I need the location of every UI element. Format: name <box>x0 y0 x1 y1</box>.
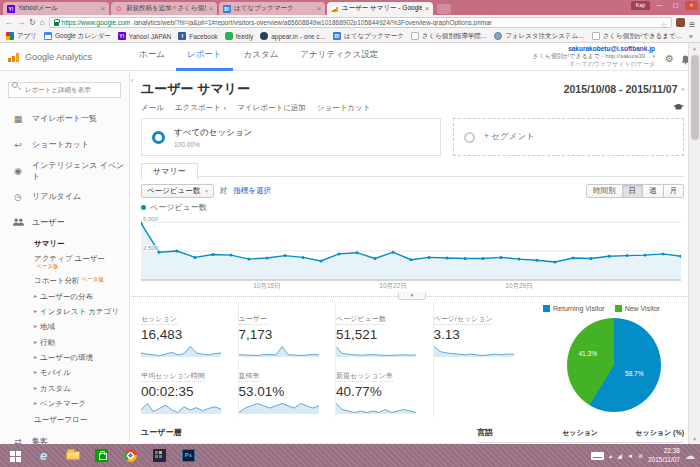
granularity-時間別[interactable]: 時間別 <box>586 184 623 198</box>
metric-card: ユーザー7,173 <box>239 303 337 360</box>
taskbar-chrome[interactable] <box>116 444 145 467</box>
new-tab-button[interactable] <box>437 4 451 14</box>
taskbar-ie[interactable] <box>29 444 58 467</box>
bookmark-item[interactable]: はてなブックマーク <box>333 32 404 41</box>
start-button[interactable] <box>0 444 29 467</box>
taskbar-clock[interactable]: 22:38 2015/11/07 <box>648 447 680 463</box>
browser-tab[interactable]: 新規投稿を追加 ‹ さくら個別…× <box>111 2 217 15</box>
sidebar-subitem[interactable]: ▸モバイル <box>34 365 129 380</box>
date-range-picker[interactable]: 2015/10/08 - 2015/11/07▾ <box>564 83 684 95</box>
sidebar-item-realtime[interactable]: ◷リアルタイム <box>0 184 129 210</box>
tab-close-icon[interactable]: × <box>317 5 321 12</box>
bookmark-item[interactable]: フォレスタ注文システム… <box>494 32 584 41</box>
sidebar-subitem[interactable]: ▸インタレスト カテゴリ <box>34 304 129 319</box>
taskbar-app[interactable] <box>145 444 174 467</box>
sidebar-subitem[interactable]: ▸ベンチマーク <box>34 396 129 411</box>
volume-icon[interactable] <box>627 453 633 459</box>
bookmark-item[interactable]: さくら個別ができるまで… <box>592 32 682 41</box>
tab-summary[interactable]: サマリー <box>141 163 198 180</box>
bookmark-item[interactable]: アプリ <box>6 32 37 41</box>
home-icon[interactable] <box>40 17 45 28</box>
toolbar-link[interactable]: ショートカット <box>317 103 371 113</box>
action-center-icon[interactable] <box>638 452 643 459</box>
network-icon[interactable] <box>617 452 622 459</box>
granularity-月[interactable]: 月 <box>664 184 685 198</box>
sidebar-subitem[interactable]: ▸ユーザーの分布 <box>34 289 129 304</box>
toolbar-link[interactable]: メール <box>141 103 164 113</box>
pie-slice-label: 41.3% <box>579 350 597 357</box>
account-info[interactable]: sakurakobetu@i.softbank.jp さくら個別ができるまで -… <box>533 45 655 68</box>
education-cap-icon[interactable] <box>673 103 684 113</box>
ga-nav-item[interactable]: ホーム <box>128 43 176 71</box>
bookmark-item[interactable]: appear.in - one c… <box>260 32 326 40</box>
bookmark-item[interactable]: Yahoo! JAPAN <box>118 32 171 40</box>
tab-close-icon[interactable]: × <box>101 5 105 12</box>
chrome-profile-chip[interactable]: Kaji <box>631 1 650 10</box>
taskbar-photoshop[interactable] <box>174 444 203 467</box>
close-button[interactable] <box>685 1 698 10</box>
tab-close-icon[interactable]: × <box>209 5 213 12</box>
scrollbar-thumb[interactable] <box>691 55 699 140</box>
browser-tab[interactable]: Yahoo!メール× <box>3 2 109 15</box>
sidebar-subitem[interactable]: サマリー <box>34 236 129 251</box>
minimize-button[interactable] <box>653 1 666 10</box>
pie-legend-item: Returning Visitor <box>543 305 605 312</box>
scroll-up-icon[interactable] <box>689 45 700 51</box>
bookmark-item[interactable]: Google カレンダー <box>44 32 111 41</box>
scroll-down-icon[interactable] <box>689 436 700 442</box>
metric-value: 7,173 <box>239 327 328 342</box>
sidebar-item-intelligence-events[interactable]: ◉インテリジェンス イベント <box>0 158 129 184</box>
back-icon[interactable] <box>5 17 13 28</box>
add-segment-button[interactable]: + セグメント <box>453 118 684 156</box>
taskbar-explorer[interactable] <box>58 444 87 467</box>
chart-collapse-handle[interactable]: ▾ <box>398 292 426 300</box>
restore-button[interactable] <box>669 1 682 10</box>
url-input[interactable]: https://www.google.com /analytics/web/?h… <box>49 17 673 28</box>
google-analytics-logo-icon <box>8 51 20 63</box>
granularity-日[interactable]: 日 <box>623 184 644 198</box>
granularity-週[interactable]: 週 <box>643 184 664 198</box>
weather-cloud-icon[interactable] <box>685 450 695 461</box>
extension-icon[interactable] <box>676 18 685 27</box>
hidden-icons-icon[interactable] <box>609 452 612 459</box>
sidebar-subitem[interactable]: ▸ユーザーの環境 <box>34 350 129 365</box>
sidebar-subitem[interactable]: ▸地域 <box>34 319 129 334</box>
report-search-input[interactable] <box>8 82 121 98</box>
ga-nav-item[interactable]: カスタム <box>233 43 290 71</box>
metric-dropdown[interactable]: ページビュー数▾ <box>141 184 214 198</box>
ime-keyboard-icon[interactable] <box>591 452 604 460</box>
sidebar-item-acquisition[interactable]: ⇄集客 <box>0 429 129 444</box>
sidebar-item-users[interactable]: ユーザー <box>0 210 129 236</box>
bookmark-item[interactable]: » <box>689 33 693 40</box>
forward-icon[interactable] <box>17 17 25 28</box>
segment-all-sessions[interactable]: すべてのセッション 100.00% <box>141 118 441 156</box>
ga-nav-item[interactable]: レポート <box>176 43 233 71</box>
chrome-menu-icon[interactable] <box>689 14 695 32</box>
sidebar-subitem[interactable]: ユーザーフロー <box>34 412 129 427</box>
sidebar-subitem[interactable]: ▸カスタム <box>34 381 129 396</box>
sidebar-item-my-reports[interactable]: ▦マイレポート一覧 <box>0 106 129 132</box>
toolbar-link[interactable]: マイレポートに追加 <box>237 103 306 113</box>
select-metric-link[interactable]: 指標を選択 <box>233 186 271 196</box>
bookmark-item[interactable]: Facebook <box>178 32 218 40</box>
sidebar-subitem[interactable]: アクティブ ユーザーベータ版 <box>34 251 129 273</box>
ga-nav: ホームレポートカスタムアナリティクス設定 <box>128 43 389 71</box>
sidebar-collapse-icon[interactable]: ‹ <box>131 76 134 85</box>
bookmark-item[interactable]: さくら個別指導学院… <box>411 32 487 41</box>
browser-tab[interactable]: ユーザー サマリー - Google× <box>327 2 433 15</box>
bookmark-item[interactable]: feedly <box>225 32 253 40</box>
tab-close-icon[interactable]: × <box>425 5 429 12</box>
page-scrollbar[interactable] <box>688 43 700 444</box>
ga-header: Google Analytics ホームレポートカスタムアナリティクス設定 sa… <box>0 43 700 71</box>
taskbar-store[interactable] <box>87 444 116 467</box>
browser-tab[interactable]: はてなブックマーク× <box>219 2 325 15</box>
sidebar-item-shortcuts[interactable]: ↩ショートカット <box>0 132 129 158</box>
gear-icon[interactable] <box>665 48 674 66</box>
reload-icon[interactable] <box>29 17 36 28</box>
ga-nav-item[interactable]: アナリティクス設定 <box>289 43 389 71</box>
toolbar-link[interactable]: エクスポート▾ <box>175 103 226 113</box>
sidebar-subitem[interactable]: コホート分析ベータ版 <box>34 273 129 288</box>
window-controls <box>653 1 698 10</box>
sidebar-subitem[interactable]: ▸行動 <box>34 335 129 350</box>
bookmark-star-icon[interactable] <box>660 14 667 32</box>
